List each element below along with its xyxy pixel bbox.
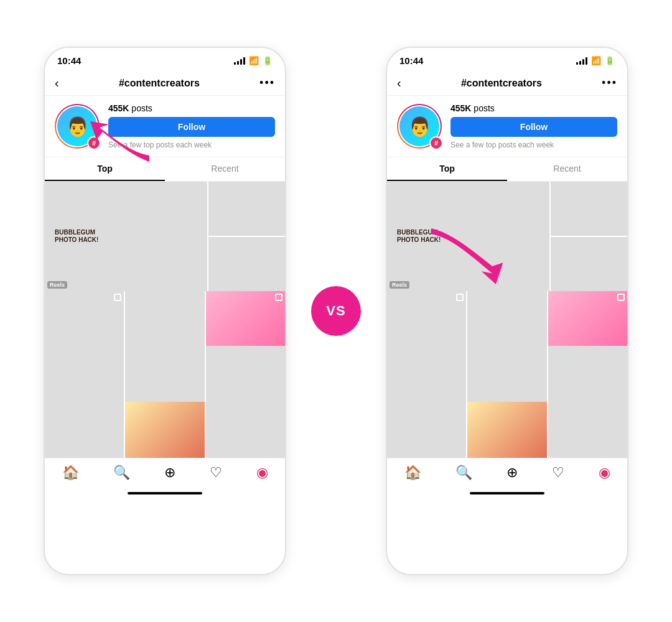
left-back-button[interactable]: ‹	[55, 76, 59, 90]
left-home-icon[interactable]: 🏠	[62, 465, 79, 481]
right-grid-cell-6	[548, 291, 627, 346]
right-grid-row3	[387, 346, 627, 402]
right-hashtag-info: 455K posts Follow See a few top posts ea…	[450, 103, 617, 149]
left-signal-icon	[234, 57, 245, 65]
right-multi-icon	[456, 294, 464, 301]
right-avatar: 👨 #	[397, 104, 442, 149]
right-home-icon[interactable]: 🏠	[404, 465, 421, 481]
right-home-bar	[470, 492, 544, 494]
left-home-bar	[128, 492, 202, 494]
right-grid-cell-10	[387, 402, 466, 458]
left-status-bar: 10:44 📶 🔋	[45, 48, 285, 71]
left-grid-cell-1: BUBBLEGUMPHOTO HACK! Reels	[45, 182, 207, 291]
right-nav-title: #contentcreators	[461, 78, 542, 89]
left-posts-count: 455K posts	[108, 103, 275, 113]
left-grid-cell-11	[125, 402, 204, 458]
right-grid-cell-4	[387, 291, 466, 346]
right-grid-cell-5	[467, 291, 546, 346]
right-home-indicator	[387, 487, 627, 499]
right-multi-icon2	[617, 294, 625, 301]
right-grid-cell-9	[548, 346, 627, 402]
right-grid-cell-8	[467, 346, 546, 402]
left-time: 10:44	[57, 55, 81, 66]
left-battery-icon: 🔋	[263, 56, 273, 65]
left-multi-icon	[114, 294, 121, 301]
left-tab-recent[interactable]: Recent	[165, 157, 285, 181]
left-grid-cell-3	[208, 237, 285, 291]
right-grid-cell-2	[551, 182, 627, 236]
left-search-icon[interactable]: 🔍	[113, 465, 130, 481]
left-add-icon[interactable]: ⊕	[164, 465, 175, 481]
left-nav-bar: ‹ #contentcreators •••	[45, 71, 285, 96]
right-see-top-posts: See a few top posts each week	[450, 141, 617, 149]
right-back-button[interactable]: ‹	[397, 76, 401, 90]
right-grid-cell-12	[548, 402, 627, 458]
right-more-button[interactable]: •••	[602, 77, 617, 90]
right-status-icons: 📶 🔋	[576, 56, 615, 65]
right-time: 10:44	[399, 55, 423, 66]
left-grid: BUBBLEGUMPHOTO HACK! Reels	[45, 182, 285, 458]
left-arrow-icon	[81, 118, 156, 168]
left-profile-icon[interactable]: ◉	[256, 465, 268, 481]
left-reels-label: Reels	[47, 281, 67, 289]
left-grid-cell-8	[125, 346, 204, 402]
right-tab-recent[interactable]: Recent	[507, 157, 627, 181]
right-phone-wrapper: 10:44 📶 🔋 ‹ #contentcreators •••	[386, 47, 628, 575]
right-arrow-icon	[417, 215, 510, 289]
right-grid-cell-11	[467, 402, 546, 458]
right-status-bar: 10:44 📶 🔋	[387, 48, 627, 71]
left-multi-icon2	[275, 294, 282, 301]
left-grid-row3	[45, 346, 285, 402]
left-grid-row2	[45, 291, 285, 346]
right-battery-icon: 🔋	[605, 56, 615, 65]
left-grid-row4	[45, 402, 285, 458]
right-tabs: Top Recent	[387, 157, 627, 182]
left-grid-cell-10	[45, 402, 124, 458]
left-bottom-nav: 🏠 🔍 ⊕ ♡ ◉	[45, 458, 285, 487]
left-phone-wrapper: 10:44 📶 🔋 ‹ #contentcreators •••	[44, 47, 286, 575]
right-reels-label: Reels	[390, 281, 409, 289]
right-profile-icon[interactable]: ◉	[599, 465, 610, 481]
left-grid-cell-7	[45, 346, 124, 402]
left-grid-cell-6	[206, 291, 285, 346]
main-container: 10:44 📶 🔋 ‹ #contentcreators •••	[0, 0, 672, 622]
right-grid-row4	[387, 402, 627, 458]
left-nav-title: #contentcreators	[119, 78, 200, 89]
right-hashtag-badge: #	[429, 136, 443, 150]
right-wifi-icon: 📶	[591, 56, 601, 65]
left-phone: 10:44 📶 🔋 ‹ #contentcreators •••	[44, 47, 286, 575]
left-grid-cell-2	[208, 182, 285, 236]
right-grid-cell-7	[387, 346, 466, 402]
right-phone: 10:44 📶 🔋 ‹ #contentcreators •••	[386, 47, 628, 575]
right-follow-button[interactable]: Follow	[450, 117, 617, 137]
left-home-indicator	[45, 487, 285, 499]
right-heart-icon[interactable]: ♡	[552, 465, 564, 481]
right-grid-row2	[387, 291, 627, 346]
right-tab-top[interactable]: Top	[387, 157, 507, 181]
left-status-icons: 📶 🔋	[234, 56, 273, 65]
right-nav-bar: ‹ #contentcreators •••	[387, 71, 627, 96]
left-grid-cell-5	[125, 291, 204, 346]
right-search-icon[interactable]: 🔍	[455, 465, 472, 481]
right-grid-cell-3	[551, 237, 627, 291]
left-more-button[interactable]: •••	[259, 77, 275, 90]
right-posts-count: 455K posts	[450, 103, 617, 113]
right-bottom-nav: 🏠 🔍 ⊕ ♡ ◉	[387, 458, 627, 487]
left-grid-row1: BUBBLEGUMPHOTO HACK! Reels	[45, 182, 285, 291]
vs-badge: VS	[311, 286, 361, 336]
left-wifi-icon: 📶	[249, 56, 259, 65]
left-grid-cell-4	[45, 291, 124, 346]
right-add-icon[interactable]: ⊕	[506, 465, 518, 481]
left-grid-cell-9	[206, 346, 285, 402]
right-hashtag-header: 👨 # 455K posts Follow See a few top post…	[387, 96, 627, 157]
right-signal-icon	[576, 57, 587, 65]
left-grid-cell-12	[206, 402, 285, 458]
left-heart-icon[interactable]: ♡	[210, 465, 222, 481]
